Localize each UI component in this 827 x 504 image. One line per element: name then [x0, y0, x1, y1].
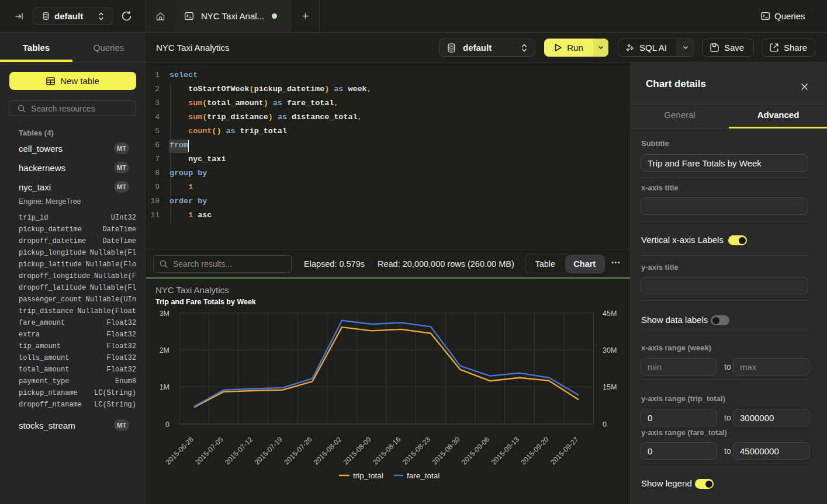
svg-text:trip_total: trip_total: [353, 471, 383, 480]
svg-text:2015-07-12: 2015-07-12: [223, 435, 255, 467]
svg-text:fare_total: fare_total: [407, 471, 440, 480]
svg-text:Trip and Fare Totals by Week: Trip and Fare Totals by Week: [155, 298, 256, 306]
svg-text:2015-08-02: 2015-08-02: [312, 435, 344, 467]
svg-text:3M: 3M: [160, 310, 169, 318]
svg-text:2015-07-05: 2015-07-05: [193, 435, 225, 467]
svg-text:2015-07-26: 2015-07-26: [282, 435, 314, 467]
svg-text:0: 0: [603, 420, 607, 429]
svg-text:2015-08-09: 2015-08-09: [342, 435, 373, 467]
svg-text:2015-09-13: 2015-09-13: [490, 435, 521, 467]
svg-text:2015-09-27: 2015-09-27: [549, 435, 580, 467]
svg-text:2015-08-16: 2015-08-16: [371, 435, 403, 467]
svg-text:1M: 1M: [160, 383, 169, 391]
svg-text:15M: 15M: [603, 383, 617, 391]
svg-text:2015-09-20: 2015-09-20: [519, 435, 551, 467]
svg-text:2015-07-19: 2015-07-19: [253, 435, 285, 467]
svg-text:2015-06-28: 2015-06-28: [164, 435, 196, 467]
svg-text:0: 0: [165, 420, 169, 429]
svg-text:45M: 45M: [603, 310, 617, 318]
svg-text:2015-09-06: 2015-09-06: [460, 435, 492, 467]
svg-text:2M: 2M: [160, 346, 169, 354]
svg-text:2015-08-30: 2015-08-30: [430, 435, 462, 467]
svg-text:30M: 30M: [603, 346, 617, 354]
svg-text:2015-08-23: 2015-08-23: [401, 435, 432, 467]
svg-text:NYC Taxi Analytics: NYC Taxi Analytics: [155, 285, 229, 295]
